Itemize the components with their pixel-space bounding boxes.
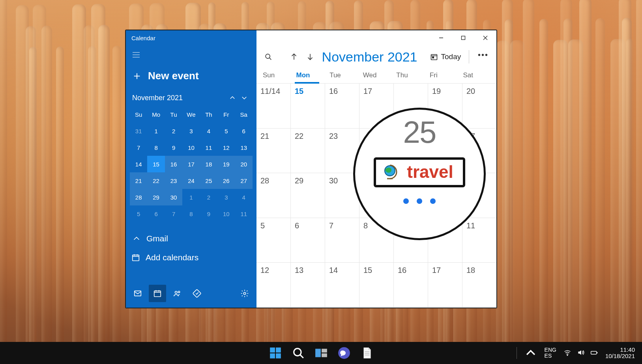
mini-calendar-day[interactable]: 30: [165, 189, 182, 205]
dow-label: Thu: [393, 69, 427, 83]
calendar-day-cell[interactable]: 28: [256, 173, 291, 218]
taskbar-search-button[interactable]: [292, 346, 305, 360]
mini-calendar-day[interactable]: 17: [182, 156, 200, 172]
calendar-day-cell[interactable]: 22: [291, 129, 325, 173]
mini-calendar-day[interactable]: 5: [130, 205, 147, 222]
settings-button[interactable]: [236, 285, 253, 302]
mini-calendar-day[interactable]: 4: [200, 123, 217, 139]
mini-calendar-day[interactable]: 12: [217, 139, 235, 156]
mini-calendar-day[interactable]: 7: [130, 139, 147, 156]
mini-calendar-day[interactable]: 15: [147, 156, 165, 172]
next-period-button[interactable]: [303, 49, 317, 65]
svg-line-21: [269, 58, 271, 60]
calendar-day-cell[interactable]: 15: [359, 263, 394, 307]
battery-button[interactable]: [590, 349, 598, 358]
calendar-day-cell[interactable]: 17: [428, 263, 462, 307]
add-calendars-button[interactable]: Add calendars: [126, 246, 256, 269]
mini-calendar-day[interactable]: 19: [217, 156, 235, 172]
todo-nav-button[interactable]: [188, 285, 206, 302]
mini-calendar-day[interactable]: 27: [235, 172, 253, 189]
mini-calendar-day[interactable]: 4: [235, 189, 253, 205]
file-explorer-button[interactable]: [360, 346, 374, 360]
mini-calendar-day[interactable]: 31: [130, 123, 147, 139]
taskbar-clock[interactable]: 11:40 10/18/2021: [605, 347, 635, 360]
mini-calendar-day[interactable]: 1: [182, 189, 200, 205]
mini-calendar-day[interactable]: 11: [200, 139, 217, 156]
mini-calendar-month-label[interactable]: November 2021: [132, 94, 183, 102]
wifi-button[interactable]: [563, 349, 571, 358]
mini-calendar-day[interactable]: 10: [182, 139, 200, 156]
mini-calendar-day[interactable]: 25: [200, 172, 217, 189]
dow-label: Tue: [326, 69, 360, 83]
calendar-day-cell[interactable]: 12: [256, 263, 291, 307]
calendar-day-cell[interactable]: 14: [325, 263, 359, 307]
mini-calendar-day[interactable]: 8: [147, 139, 165, 156]
more-options-button[interactable]: •••: [475, 50, 492, 63]
mini-calendar-day[interactable]: 2: [200, 189, 217, 205]
mini-calendar-day[interactable]: 7: [165, 205, 182, 222]
mini-calendar-day[interactable]: 1: [147, 123, 165, 139]
mini-calendar-day[interactable]: 29: [147, 189, 165, 205]
mini-calendar-day[interactable]: 10: [217, 205, 235, 222]
account-toggle-gmail[interactable]: Gmail: [131, 231, 251, 246]
mini-calendar-day[interactable]: 26: [217, 172, 235, 189]
calendar-nav-button[interactable]: [149, 285, 166, 302]
mini-calendar-day[interactable]: 8: [182, 205, 200, 222]
calendar-day-cell[interactable]: 18: [462, 263, 496, 307]
mini-calendar-day[interactable]: 9: [200, 205, 217, 222]
mini-calendar-day[interactable]: 16: [165, 156, 182, 172]
new-event-button[interactable]: ＋ New event: [126, 61, 256, 85]
add-calendars-label: Add calendars: [146, 253, 198, 262]
tray-overflow-button[interactable]: [524, 346, 537, 360]
calendar-day-cell[interactable]: 6: [291, 218, 325, 263]
teams-chat-button[interactable]: [337, 346, 351, 360]
mini-calendar-day[interactable]: 11: [235, 205, 253, 222]
mini-calendar-day[interactable]: 5: [217, 123, 235, 139]
calendar-day-cell[interactable]: 5: [256, 218, 291, 263]
mini-calendar-day[interactable]: 23: [165, 172, 182, 189]
calendar-day-cell[interactable]: 7: [325, 218, 359, 263]
close-button[interactable]: [474, 30, 496, 45]
mini-calendar-day[interactable]: 13: [235, 139, 253, 156]
calendar-day-cell[interactable]: 15: [291, 84, 325, 128]
mini-calendar-day[interactable]: 6: [235, 123, 253, 139]
calendar-day-cell[interactable]: 21: [256, 129, 291, 173]
mini-calendar-day[interactable]: 14: [130, 156, 147, 172]
language-switcher[interactable]: ENG ES: [545, 347, 556, 358]
mini-calendar-day[interactable]: 3: [182, 123, 200, 139]
mini-calendar-day[interactable]: 24: [182, 172, 200, 189]
start-button[interactable]: [269, 346, 282, 360]
calendar-day-cell[interactable]: 11/14: [256, 84, 291, 128]
zoom-more-events-dots[interactable]: [403, 198, 436, 204]
calendar-day-cell[interactable]: 29: [291, 173, 325, 218]
calendar-day-cell[interactable]: 13: [291, 263, 325, 307]
hamburger-menu-button[interactable]: [126, 45, 256, 61]
mini-calendar-prev-button[interactable]: [226, 92, 238, 104]
month-title[interactable]: November 2021: [320, 49, 420, 65]
prev-period-button[interactable]: [287, 49, 301, 65]
mini-calendar-day[interactable]: 3: [217, 189, 235, 205]
maximize-button[interactable]: [452, 30, 474, 45]
calendar-day-cell[interactable]: 16: [325, 84, 359, 128]
calendar-day-cell[interactable]: 11: [462, 218, 496, 263]
volume-button[interactable]: [577, 349, 585, 358]
mini-calendar-day[interactable]: 9: [165, 139, 182, 156]
task-view-button[interactable]: [314, 346, 328, 360]
search-button[interactable]: [261, 49, 275, 65]
mini-calendar-day[interactable]: 22: [147, 172, 165, 189]
mini-calendar-day[interactable]: 2: [165, 123, 182, 139]
zoom-event-chip[interactable]: travel: [374, 157, 465, 187]
minimize-button[interactable]: [430, 30, 452, 45]
mini-calendar-day[interactable]: 18: [200, 156, 217, 172]
calendar-day-cell[interactable]: 20: [462, 84, 496, 128]
mini-calendar-day[interactable]: 28: [130, 189, 147, 205]
today-button[interactable]: Today: [430, 52, 461, 61]
calendar-day-cell[interactable]: 16: [394, 263, 428, 307]
mail-nav-button[interactable]: [129, 285, 146, 302]
mini-calendar-day[interactable]: 6: [147, 205, 165, 222]
mini-calendar-day[interactable]: 20: [235, 156, 253, 172]
zoom-day-number: 25: [403, 114, 436, 150]
mini-calendar-day[interactable]: 21: [130, 172, 147, 189]
people-nav-button[interactable]: [168, 285, 186, 302]
mini-calendar-next-button[interactable]: [238, 92, 250, 104]
